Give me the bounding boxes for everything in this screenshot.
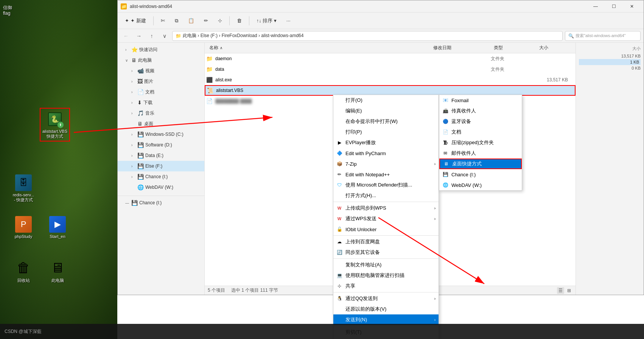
minimize-button[interactable]: — <box>587 0 604 12</box>
ctx-edit-label: 编辑(E) <box>345 107 436 114</box>
ctx-pycharm[interactable]: 🔷 Edit with PyCharm <box>333 148 439 159</box>
aliststart-vbs-icon[interactable]: 🐍 ⬆ aliststart.VBS快捷方式 <box>40 108 70 142</box>
ctx-share[interactable]: ⊹ 共享 <box>333 281 439 291</box>
ctx-edit[interactable]: 编辑(E) <box>333 106 439 116</box>
start-en-icon-image: ▶ <box>48 215 67 233</box>
maximize-button[interactable]: ☐ <box>605 0 622 12</box>
ctx-open-cmd-label: 在命令提示符中打开(W) <box>345 118 436 125</box>
file-item-alist-exe[interactable]: ⬛ alist.exe 13,517 KB <box>205 75 576 85</box>
file-item-aliststart-vbs[interactable]: 📜 aliststart.VBS <box>205 85 576 96</box>
else-icon: 💾 <box>137 163 144 169</box>
sidebar-item-data[interactable]: › 💾 Data (E:) <box>118 150 204 161</box>
rename-button[interactable]: ✏ <box>200 15 212 27</box>
sidebar-item-chance-bottom[interactable]: — 💾 Chance (I:) <box>118 197 204 208</box>
down-button[interactable]: ∨ <box>159 31 170 41</box>
sidebar-item-else[interactable]: › 💾 Else (F:) <box>118 161 204 171</box>
ctx-open-cmd[interactable]: 在命令提示符中打开(W) <box>333 116 439 127</box>
sidebar-item-chance[interactable]: › 💾 Chance (I:) <box>118 171 204 182</box>
forward-button[interactable]: → <box>134 31 144 41</box>
ctx-copy-path[interactable]: 复制文件地址(A) <box>333 260 439 270</box>
title-bar: 📁 alist-windows-amd64 — ☐ ✕ <box>118 0 644 12</box>
ctx-baidu[interactable]: ☁ 上传到百度网盘 <box>333 236 439 247</box>
quick-access-label: 快速访问 <box>139 47 157 53</box>
sendto-foxmail[interactable]: 📧 Foxmail <box>439 95 522 106</box>
sendto-chance[interactable]: 💾 Chance (I:) <box>439 169 522 180</box>
address-path[interactable]: 📁 此电脑 › Else (F:) › FireFoxDownload › al… <box>172 31 563 41</box>
sidebar-item-downloads[interactable]: › ⬇ 下载 <box>118 97 204 108</box>
ctx-restore-icon <box>336 306 342 312</box>
ctx-sync-label: 同步至其它设备 <box>345 249 436 256</box>
sidebar-item-this-computer[interactable]: ∨ 🖥 此电脑 <box>118 55 204 65</box>
up-button[interactable]: ↑ <box>146 31 157 41</box>
new-button[interactable]: ✦ ✦ 新建 <box>121 15 150 27</box>
ctx-print-icon <box>336 129 342 135</box>
right-panel-aliststart-size: 1 KB <box>579 59 641 65</box>
sendto-fax[interactable]: 📠 传真收件人 <box>439 106 522 116</box>
view-grid-icon[interactable]: ⊞ <box>566 287 572 294</box>
delete-button[interactable]: 🗑 <box>233 15 246 27</box>
sendto-compressed[interactable]: 🗜 压缩(zipped)文件夹 <box>439 137 522 148</box>
search-icon: 🔍 <box>568 33 574 39</box>
music-label: 音乐 <box>145 110 154 117</box>
ctx-openwith[interactable]: 打开方式(H)... <box>333 190 439 201</box>
sidebar-item-pictures[interactable]: › 🖼 图片 <box>118 76 204 87</box>
start-en-icon[interactable]: ▶ Start_en <box>42 214 73 240</box>
copy-button[interactable]: ⧉ <box>171 15 182 27</box>
paste-button[interactable]: 📋 <box>184 15 198 27</box>
search-box[interactable]: 🔍 搜索"alist-windows-amd64" <box>565 31 641 41</box>
ctx-share-label: 共享 <box>345 283 436 289</box>
ctx-sep-4 <box>333 292 439 292</box>
ctx-sendto[interactable]: 发送到(N) › <box>333 314 439 325</box>
cut-button[interactable]: ✄ <box>157 15 169 27</box>
sort-button[interactable]: ↑↓ 排序 ▾ <box>252 15 281 27</box>
file-item-data[interactable]: 📁 data 文件夹 <box>205 64 576 75</box>
expand-icon-11: › <box>131 154 136 158</box>
redis-icon-image: 🗄 <box>14 174 33 192</box>
redis-server-icon[interactable]: 🗄 redis-serv...- 快捷方式 <box>8 172 39 204</box>
share-button[interactable]: ⊹ <box>214 15 226 27</box>
view-list-icon[interactable]: ☰ <box>557 287 564 294</box>
sendto-mail[interactable]: ✉ 邮件收件人 <box>439 148 522 159</box>
data-name: data <box>215 67 430 72</box>
sidebar-item-music[interactable]: › 🎵 音乐 <box>118 108 204 118</box>
sidebar-item-desktop[interactable]: 🖥 桌面 <box>118 118 204 129</box>
ctx-qq-send[interactable]: 🐧 通过QQ发送到 › <box>333 293 439 304</box>
ctx-restore[interactable]: 还原以前的版本(V) <box>333 304 439 314</box>
sendto-desktop-shortcut[interactable]: 🖥 桌面快捷方式 <box>439 159 522 169</box>
ctx-iobit[interactable]: 🔓 IObit Unlocker <box>333 224 439 235</box>
col-date-header[interactable]: 修改日期 <box>430 45 491 51</box>
sidebar-item-quick-access[interactable]: › ⭐ 快速访问 <box>118 44 204 55</box>
ctx-lenovo[interactable]: 💻 使用联想电脑管家进行扫描 <box>333 270 439 281</box>
col-type-header[interactable]: 类型 <box>491 45 536 51</box>
ctx-sync[interactable]: 🔄 同步至其它设备 <box>333 247 439 258</box>
sidebar-item-documents[interactable]: › 📄 文档 <box>118 87 204 97</box>
daemon-type: 文件夹 <box>491 56 536 62</box>
sidebar-item-videos[interactable]: › 📹 视频 <box>118 65 204 76</box>
phpstudy-icon[interactable]: P phpStudy <box>8 214 39 240</box>
sidebar-item-software[interactable]: › 💾 Software (D:) <box>118 140 204 150</box>
ctx-open[interactable]: 打开(O) <box>333 95 439 106</box>
right-panel-blurred-size: 0 KB <box>579 65 641 71</box>
sendto-documents[interactable]: 📄 文档 <box>439 127 522 137</box>
col-size-header[interactable]: 大小 <box>536 45 574 51</box>
ctx-print[interactable]: 打印(P) <box>333 127 439 137</box>
compressed-icon: 🗜 <box>442 140 448 146</box>
close-button[interactable]: ✕ <box>623 0 641 12</box>
col-name-header[interactable]: 名称 ∧ <box>206 45 430 51</box>
search-placeholder: 搜索"alist-windows-amd64" <box>576 33 626 39</box>
sidebar-item-webdav[interactable]: 🌐 WebDAV (W:) <box>118 182 204 193</box>
ctx-7zip[interactable]: 📦 7-Zip › <box>333 159 439 169</box>
more-button[interactable]: ··· <box>282 15 295 27</box>
sendto-bluetooth[interactable]: 🔵 蓝牙设备 <box>439 116 522 127</box>
recycle-bin-icon[interactable]: 🗑 回收站 <box>8 257 39 285</box>
sendto-webdav[interactable]: 🌐 WebDAV (W:) <box>439 180 522 190</box>
ctx-defender[interactable]: 🛡 使用 Microsoft Defender扫描... <box>333 180 439 190</box>
ctx-wps-send[interactable]: W 通过WPS发送 › <box>333 213 439 224</box>
this-computer-icon[interactable]: 🖥 此电脑 <box>42 257 73 285</box>
ctx-wps-upload[interactable]: W 上传或同步到WPS › <box>333 203 439 213</box>
ctx-evplayer[interactable]: ▶ EVPlayer播放 <box>333 137 439 148</box>
back-button[interactable]: ← <box>121 31 131 41</box>
sidebar-item-windows-ssd[interactable]: › 💾 Windows-SSD (C:) <box>118 129 204 140</box>
ctx-notepad[interactable]: ✏ Edit with Notepad++ <box>333 169 439 180</box>
file-item-daemon[interactable]: 📁 daemon 文件夹 <box>205 53 576 64</box>
